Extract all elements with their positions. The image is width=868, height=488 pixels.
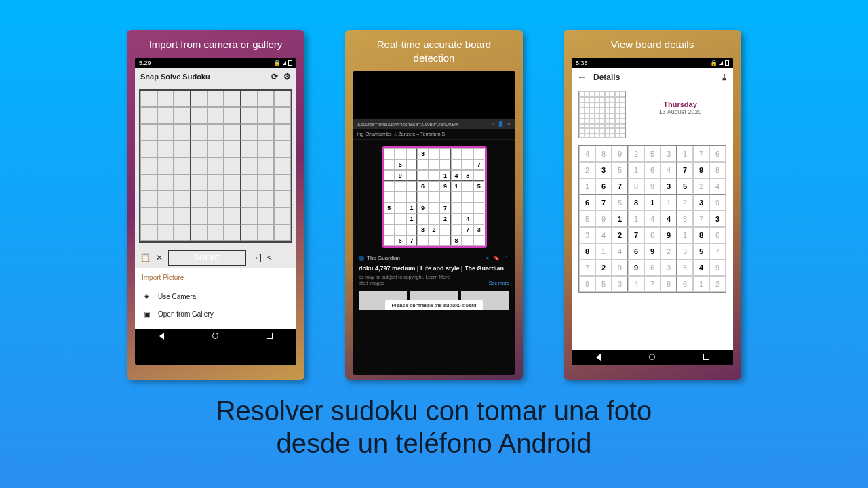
sudoku-cell[interactable]: [157, 140, 174, 157]
sudoku-cell[interactable]: [174, 190, 191, 207]
sudoku-cell[interactable]: 5: [612, 162, 628, 178]
sudoku-cell[interactable]: [274, 207, 291, 224]
nav-back-icon[interactable]: [596, 354, 601, 361]
sudoku-cell[interactable]: 8: [693, 227, 709, 243]
sudoku-cell[interactable]: 3: [677, 243, 693, 260]
sudoku-cell[interactable]: [274, 140, 291, 157]
sudoku-cell[interactable]: 8: [709, 162, 726, 178]
sudoku-cell[interactable]: 8: [660, 276, 677, 292]
sudoku-cell[interactable]: [157, 124, 174, 141]
sudoku-cell[interactable]: [258, 107, 275, 124]
sudoku-cell[interactable]: [224, 224, 241, 241]
sudoku-cell[interactable]: 5: [595, 276, 612, 292]
sudoku-cell[interactable]: 4: [709, 178, 726, 195]
sudoku-cell[interactable]: [224, 107, 241, 124]
sudoku-cell[interactable]: 1: [644, 195, 660, 211]
sudoku-cell[interactable]: 2: [709, 276, 726, 292]
sudoku-cell[interactable]: [258, 174, 275, 191]
sudoku-thumbnail[interactable]: 3166758129832798695964: [578, 91, 626, 138]
sudoku-cell[interactable]: 5: [612, 195, 628, 211]
sudoku-cell[interactable]: 4: [628, 276, 644, 292]
sudoku-cell[interactable]: 8: [579, 243, 595, 260]
bookmark-icon[interactable]: 🔖: [493, 255, 500, 261]
sudoku-cell[interactable]: [208, 124, 224, 141]
share-icon[interactable]: <: [267, 253, 272, 262]
download-icon[interactable]: ⤓: [721, 73, 728, 82]
import-icon[interactable]: →]: [252, 253, 262, 262]
sudoku-cell[interactable]: 9: [709, 260, 726, 276]
share-icon[interactable]: <: [486, 255, 489, 261]
sudoku-cell[interactable]: [224, 91, 241, 108]
sudoku-cell[interactable]: [241, 190, 258, 207]
sudoku-cell[interactable]: [191, 157, 208, 174]
sudoku-cell[interactable]: 3: [595, 162, 612, 178]
sudoku-cell[interactable]: 9: [709, 195, 726, 211]
sudoku-cell[interactable]: 4: [693, 260, 709, 276]
use-camera-option[interactable]: ✷ Use Camera: [142, 288, 290, 306]
sudoku-cell[interactable]: [191, 190, 208, 207]
sudoku-cell[interactable]: 5: [693, 243, 709, 260]
sudoku-cell[interactable]: [140, 207, 157, 224]
sudoku-cell[interactable]: 9: [693, 162, 709, 178]
sudoku-cell[interactable]: 7: [693, 146, 709, 162]
sudoku-cell[interactable]: 9: [660, 227, 677, 243]
paste-icon[interactable]: 📋: [140, 253, 151, 262]
sudoku-cell[interactable]: [241, 207, 258, 224]
sudoku-cell[interactable]: 6: [644, 162, 660, 178]
sudoku-cell[interactable]: [140, 174, 157, 191]
sudoku-cell[interactable]: [191, 140, 208, 157]
sudoku-cell[interactable]: [241, 140, 258, 157]
browser-url-bar[interactable]: &source=lnms&tbm=isch&sa=X&ved=2ahUKEw ☆…: [353, 119, 515, 129]
sudoku-cell[interactable]: 7: [628, 227, 644, 243]
sudoku-cell[interactable]: 4: [644, 211, 660, 227]
sudoku-cell[interactable]: 3: [660, 178, 677, 195]
sudoku-cell[interactable]: 5: [644, 146, 660, 162]
browser-tabs[interactable]: ing Strawberries ☆ Zanzele – Terrarium S: [353, 129, 515, 140]
sudoku-cell[interactable]: [191, 174, 208, 191]
sudoku-cell[interactable]: [241, 174, 258, 191]
sudoku-cell[interactable]: 2: [579, 162, 595, 178]
nav-recent-icon[interactable]: [703, 354, 709, 360]
sudoku-cell[interactable]: 6: [644, 260, 660, 276]
sudoku-cell[interactable]: 7: [612, 178, 628, 195]
sudoku-cell[interactable]: 6: [644, 227, 660, 243]
sudoku-cell[interactable]: [208, 140, 224, 157]
nav-home-icon[interactable]: [212, 333, 218, 339]
sudoku-cell[interactable]: [274, 174, 291, 191]
sudoku-cell[interactable]: 3: [612, 276, 628, 292]
sudoku-cell[interactable]: [174, 224, 191, 241]
sudoku-cell[interactable]: 4: [660, 162, 677, 178]
sudoku-cell[interactable]: 5: [579, 211, 595, 227]
sudoku-cell[interactable]: 4: [595, 227, 612, 243]
sudoku-cell[interactable]: 9: [612, 146, 628, 162]
sudoku-cell[interactable]: 4: [660, 211, 677, 227]
sudoku-cell[interactable]: [258, 207, 275, 224]
sudoku-cell[interactable]: 1: [628, 211, 644, 227]
sudoku-cell[interactable]: 8: [628, 178, 644, 195]
sudoku-cell[interactable]: 1: [579, 178, 595, 195]
sudoku-cell[interactable]: 7: [579, 260, 595, 276]
sudoku-cell[interactable]: [258, 91, 275, 108]
sudoku-cell[interactable]: [208, 107, 224, 124]
clear-icon[interactable]: ✕: [156, 253, 163, 262]
sudoku-cell[interactable]: [258, 140, 275, 157]
back-icon[interactable]: ←: [577, 72, 587, 83]
sudoku-cell[interactable]: [191, 91, 208, 108]
sudoku-cell[interactable]: [191, 124, 208, 141]
sudoku-cell[interactable]: 6: [579, 195, 595, 211]
sudoku-cell[interactable]: 6: [595, 178, 612, 195]
sudoku-cell[interactable]: [174, 91, 191, 108]
sudoku-cell[interactable]: 7: [677, 162, 693, 178]
sudoku-cell[interactable]: 3: [660, 146, 677, 162]
share-icon[interactable]: ↗: [507, 121, 511, 127]
sudoku-cell[interactable]: 7: [644, 276, 660, 292]
history-icon[interactable]: ⟳: [271, 72, 278, 81]
sudoku-cell[interactable]: [140, 91, 157, 108]
sudoku-cell[interactable]: [174, 174, 191, 191]
sudoku-cell[interactable]: 2: [612, 227, 628, 243]
sudoku-cell[interactable]: [274, 157, 291, 174]
sudoku-cell[interactable]: [191, 207, 208, 224]
bookmark-icon[interactable]: ☆: [491, 121, 495, 127]
sudoku-cell[interactable]: 2: [660, 243, 677, 260]
sudoku-cell[interactable]: 9: [628, 260, 644, 276]
